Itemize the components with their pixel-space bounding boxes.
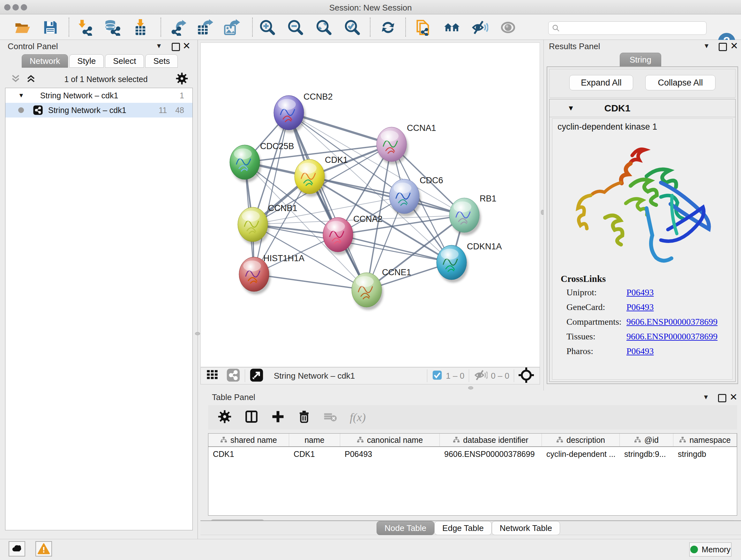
zoom-selected-icon[interactable]: [344, 19, 361, 36]
left-splitter-handle[interactable]: [195, 332, 200, 335]
refresh-icon[interactable]: [380, 19, 397, 36]
hide-selected-icon[interactable]: [471, 19, 488, 36]
network-tree-row[interactable]: ▼String Network – cdk11: [5, 88, 192, 103]
node-label-CDKN1A: CDKN1A: [467, 242, 502, 251]
add-column-plus-icon[interactable]: [271, 410, 285, 425]
collapse-all-button[interactable]: Collapse All: [645, 75, 716, 90]
fit-content-crosshair-icon[interactable]: [519, 368, 534, 384]
tree-collapse-caret-icon[interactable]: ▼: [18, 92, 24, 99]
copy-session-icon[interactable]: [415, 19, 432, 36]
table-panel-close-icon[interactable]: ✕: [730, 391, 738, 402]
import-database-icon[interactable]: [104, 19, 121, 36]
node-CCNA1[interactable]: [377, 127, 408, 165]
results-panel-float-icon[interactable]: [719, 43, 727, 51]
edge-CCNB2-CCNE1[interactable]: [289, 113, 367, 290]
table-panel-float-icon[interactable]: [718, 394, 726, 402]
cell-database-identifier[interactable]: 9606.ENSP00000378699: [440, 449, 542, 459]
cell-canonical-name[interactable]: P06493: [340, 449, 440, 459]
node-CCNB2[interactable]: [274, 96, 306, 133]
zoom-fit-icon[interactable]: [315, 19, 333, 36]
column-header-canonical-name[interactable]: canonical name: [340, 434, 440, 446]
tab-select[interactable]: Select: [105, 54, 144, 68]
node-CCNE1[interactable]: [352, 273, 383, 310]
expand-all-button[interactable]: Expand All: [569, 75, 633, 90]
control-panel-float-icon[interactable]: [172, 43, 180, 51]
results-panel-close-icon[interactable]: ✕: [730, 40, 738, 51]
delete-column-trash-icon[interactable]: [297, 410, 311, 425]
entry-collapse-caret-icon[interactable]: ▼: [567, 104, 575, 112]
search-box[interactable]: [548, 21, 706, 35]
table-panel-menu-caret-icon[interactable]: ▾: [704, 392, 708, 401]
export-table-icon[interactable]: [196, 19, 213, 36]
cell-namespace[interactable]: stringdb: [673, 449, 737, 459]
horizontal-splitter-handle[interactable]: [468, 386, 473, 389]
node-label-CCNB2: CCNB2: [304, 92, 333, 102]
toolbar-separator: [252, 17, 253, 37]
export-network-icon[interactable]: [170, 19, 187, 36]
toolbar-separator: [405, 17, 406, 37]
search-input[interactable]: [560, 23, 700, 33]
string-style-icon[interactable]: [226, 368, 240, 383]
node-CDK1[interactable]: [294, 159, 326, 197]
network-canvas[interactable]: CCNB2 CCNA1 CDC25B CDK1: [200, 43, 540, 367]
collapse-all-networks-icon[interactable]: [10, 73, 21, 85]
warnings-button[interactable]: [36, 541, 52, 557]
crosslink-link[interactable]: P06493: [626, 302, 654, 312]
export-image-icon[interactable]: [223, 19, 240, 36]
crosslink-link[interactable]: 9606.ENSP00000378699: [626, 317, 718, 327]
column-header-name[interactable]: name: [289, 434, 340, 446]
network-options-gear-icon[interactable]: [176, 72, 188, 86]
cell-description[interactable]: cyclin-dependent ...: [542, 449, 620, 459]
tab-style[interactable]: Style: [69, 54, 104, 68]
crosslink-link[interactable]: P06493: [626, 287, 654, 298]
import-network-icon[interactable]: [77, 19, 94, 36]
memory-button[interactable]: Memory: [689, 543, 731, 557]
open-icon[interactable]: [14, 19, 31, 36]
table-row[interactable]: CDK1CDK1P064939606.ENSP00000378699cyclin…: [208, 447, 737, 461]
result-entry-header[interactable]: ▼ CDK1: [549, 99, 735, 117]
home-icon[interactable]: [443, 19, 461, 36]
column-header-description[interactable]: description: [542, 434, 620, 446]
node-CDKN1A[interactable]: [436, 245, 468, 283]
cell-@id[interactable]: stringdb:9...: [620, 449, 673, 459]
open-in-string-web-icon[interactable]: [250, 368, 264, 383]
toolbar-separator: [427, 369, 427, 382]
edge-CCNB2-HIST1H1A[interactable]: [254, 113, 289, 274]
column-header-namespace[interactable]: namespace: [673, 434, 737, 446]
tab-string[interactable]: String: [620, 53, 661, 67]
zoom-out-icon[interactable]: [287, 19, 304, 36]
zoom-in-icon[interactable]: [259, 19, 276, 36]
selected-checkbox-icon[interactable]: [432, 370, 443, 382]
tab-network-table[interactable]: Network Table: [492, 521, 560, 535]
results-panel-menu-caret-icon[interactable]: ▾: [704, 41, 709, 50]
save-icon[interactable]: [42, 19, 59, 36]
cell-name[interactable]: CDK1: [289, 449, 340, 459]
node-CDC6[interactable]: [389, 179, 421, 216]
column-header-shared-name[interactable]: shared name: [208, 434, 289, 446]
show-all-icon[interactable]: [499, 19, 517, 36]
node-RB1[interactable]: [449, 198, 481, 235]
birds-eye-view-icon[interactable]: [206, 368, 219, 383]
column-header-@id[interactable]: @id: [620, 434, 673, 446]
table-options-gear-icon[interactable]: [218, 410, 232, 425]
column-header-database-identifier[interactable]: database identifier: [440, 434, 542, 446]
node-CDC25B[interactable]: [230, 145, 261, 182]
tab-node-table[interactable]: Node Table: [377, 521, 434, 535]
hidden-eye-icon[interactable]: [474, 368, 488, 383]
show-columns-icon[interactable]: [245, 410, 259, 425]
control-panel-close-icon[interactable]: ✕: [183, 40, 191, 51]
control-panel-menu-caret-icon[interactable]: ▾: [157, 41, 161, 50]
network-tree-row[interactable]: String Network – cdk11148: [5, 103, 192, 118]
import-table-icon[interactable]: [132, 19, 149, 36]
tab-edge-table[interactable]: Edge Table: [434, 521, 492, 535]
edge-HIST1H1A-CCNE1[interactable]: [254, 274, 367, 290]
tab-network[interactable]: Network: [22, 54, 68, 68]
tab-sets[interactable]: Sets: [145, 54, 178, 68]
cell-shared-name[interactable]: CDK1: [208, 449, 289, 459]
crosslink-link[interactable]: P06493: [626, 346, 654, 356]
crosslink-link[interactable]: 9606.ENSP00000378699: [626, 331, 718, 341]
crosslink-label: Uniprot:: [566, 287, 597, 298]
node-table[interactable]: shared namenamecanonical namedatabase id…: [208, 433, 737, 516]
cloud-button[interactable]: [9, 541, 25, 557]
expand-all-networks-icon[interactable]: [25, 73, 37, 85]
